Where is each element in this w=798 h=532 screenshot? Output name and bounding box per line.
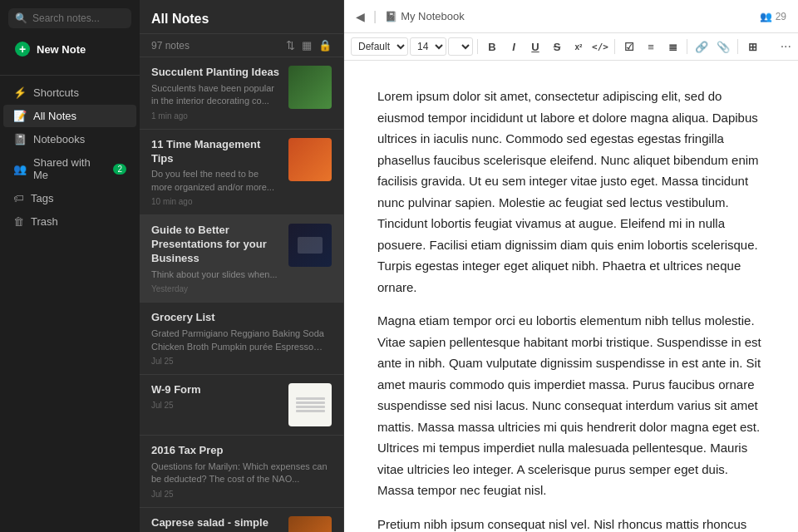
note-content-5: W-9 Form Jul 25: [151, 383, 282, 426]
note-content-7: Caprese salad - simple and: [151, 516, 282, 532]
notes-list-title: All Notes: [151, 12, 332, 27]
badge-shared: 2: [113, 164, 126, 175]
note-time-1: 1 min ago: [151, 111, 282, 121]
note-item-7[interactable]: Caprese salad - simple and: [140, 508, 343, 532]
notes-count: 97 notes: [151, 40, 190, 52]
note-item-6[interactable]: 2016 Tax Prep Questions for Marilyn: Whi…: [140, 436, 343, 508]
notes-header: All Notes: [140, 0, 343, 34]
toolbar-sep-4: [737, 39, 738, 54]
note-time-2: 10 min ago: [151, 197, 282, 206]
sort-icon[interactable]: ⇅: [286, 39, 295, 52]
editor-paragraph: Magna etiam tempor orci eu lobortis elem…: [377, 310, 765, 501]
sidebar-divider: [0, 75, 140, 76]
note-thumb-3: [288, 224, 332, 267]
editor-content[interactable]: Lorem ipsum dolor sit amet, consectetur …: [344, 61, 798, 532]
note-preview-2: Do you feel the need to be more organize…: [151, 168, 282, 194]
users-count-text: 29: [776, 11, 786, 22]
sidebar-item-icon-tags: 🏷: [13, 192, 24, 204]
numbered-button[interactable]: ≣: [663, 37, 682, 57]
note-content-3: Guide to Better Presentations for your B…: [151, 224, 282, 293]
back-button[interactable]: ◀: [356, 10, 365, 23]
search-input[interactable]: [32, 12, 125, 24]
notebook-icon: 📓: [385, 11, 397, 22]
note-title-1: Succulent Planting Ideas: [151, 66, 282, 80]
note-item-1[interactable]: Succulent Planting Ideas Succulents have…: [140, 57, 343, 130]
sidebar-item-icon-notebooks: 📓: [13, 133, 27, 145]
toolbar-sep-1: [477, 39, 478, 54]
sidebar-item-label-shortcuts: Shortcuts: [33, 86, 79, 99]
note-item-5[interactable]: W-9 Form Jul 25: [140, 375, 343, 436]
note-time-5: Jul 25: [151, 401, 282, 410]
note-preview-4: Grated Parmigiano Reggiano Baking Soda C…: [151, 328, 332, 353]
note-time-4: Jul 25: [151, 357, 332, 366]
view-icon[interactable]: ▦: [302, 39, 312, 52]
new-note-label: New Note: [37, 43, 86, 56]
lock-icon[interactable]: 🔒: [318, 39, 332, 52]
link-button[interactable]: 🔗: [692, 37, 712, 57]
note-title-4: Grocery List: [151, 311, 332, 325]
users-count: 👥 29: [760, 11, 786, 22]
note-thumb-7: [288, 516, 332, 532]
code-button[interactable]: </>: [590, 37, 610, 57]
underline-button[interactable]: U: [525, 37, 545, 57]
sidebar-item-shared[interactable]: 👥 Shared with Me 2: [3, 151, 136, 186]
note-title-7: Caprese salad - simple and: [151, 516, 282, 532]
sidebar-item-label-shared: Shared with Me: [33, 156, 106, 181]
note-content-1: Succulent Planting Ideas Succulents have…: [151, 66, 282, 121]
table-button[interactable]: ⊞: [742, 37, 762, 57]
note-content-6: 2016 Tax Prep Questions for Marilyn: Whi…: [151, 444, 332, 499]
editor-toolbar: Default 14 ■ B I U S x² </> ☑ ≡ ≣ 🔗 📎 ⊞ …: [344, 33, 798, 61]
search-icon: 🔍: [15, 12, 27, 24]
note-title-2: 11 Time Management Tips: [151, 138, 282, 166]
note-content-2: 11 Time Management Tips Do you feel the …: [151, 138, 282, 207]
bullet-button[interactable]: ≡: [641, 37, 661, 57]
sidebar-item-shortcuts[interactable]: ⚡ Shortcuts: [3, 81, 136, 104]
sidebar-item-icon-trash: 🗑: [13, 215, 24, 228]
sidebar-item-label-trash: Trash: [31, 215, 58, 228]
more-button[interactable]: ···: [781, 39, 791, 54]
notes-scroll[interactable]: Succulent Planting Ideas Succulents have…: [140, 57, 343, 532]
plus-icon: +: [15, 42, 30, 57]
editor-paragraph: Lorem ipsum dolor sit amet, consectetur …: [377, 86, 765, 298]
note-item-2[interactable]: 11 Time Management Tips Do you feel the …: [140, 130, 343, 216]
sidebar-item-notebooks[interactable]: 📓 Notebooks: [3, 128, 136, 150]
note-preview-3: Think about your slides when...: [151, 268, 282, 281]
topbar-separator: |: [373, 9, 377, 24]
note-thumb-2: [288, 138, 332, 181]
note-title-5: W-9 Form: [151, 383, 282, 397]
search-bar[interactable]: 🔍: [8, 8, 131, 28]
editor-paragraph: Pretium nibh ipsum consequat nisl vel. N…: [377, 514, 765, 533]
notes-actions: ⇅ ▦ 🔒: [286, 39, 332, 52]
sidebar-item-trash[interactable]: 🗑 Trash: [3, 210, 136, 233]
notes-list: All Notes 97 notes ⇅ ▦ 🔒 Succulent Plant…: [140, 0, 344, 532]
sidebar-item-all-notes[interactable]: 📝 All Notes: [3, 105, 136, 127]
toolbar-sep-2: [614, 39, 615, 54]
font-style-select[interactable]: Default: [351, 37, 408, 56]
note-item-3[interactable]: Guide to Better Presentations for your B…: [140, 215, 343, 303]
font-color-select[interactable]: ■: [448, 37, 473, 56]
note-item-4[interactable]: Grocery List Grated Parmigiano Reggiano …: [140, 303, 343, 375]
attach-button[interactable]: 📎: [713, 37, 733, 57]
checkbox-button[interactable]: ☑: [619, 37, 639, 57]
note-thumb-5: [288, 383, 332, 426]
sidebar-item-icon-shortcuts: ⚡: [13, 86, 27, 99]
sidebar-items: ⚡ Shortcuts 📝 All Notes 📓 Notebooks 👥 Sh…: [0, 81, 140, 234]
sidebar-item-icon-shared: 👥: [13, 163, 27, 175]
notebook-name: 📓 My Notebook: [385, 10, 465, 22]
sidebar-item-icon-all-notes: 📝: [13, 110, 27, 122]
note-title-3: Guide to Better Presentations for your B…: [151, 224, 282, 266]
superscript-button[interactable]: x²: [569, 37, 589, 57]
font-size-select[interactable]: 14: [410, 37, 446, 56]
sidebar-item-tags[interactable]: 🏷 Tags: [3, 187, 136, 209]
note-content-4: Grocery List Grated Parmigiano Reggiano …: [151, 311, 332, 366]
new-note-button[interactable]: + New Note: [8, 37, 131, 62]
strikethrough-button[interactable]: S: [547, 37, 567, 57]
editor: ◀ | 📓 My Notebook 👥 29 Default 14 ■ B I …: [344, 0, 798, 532]
note-preview-6: Questions for Marilyn: Which expenses ca…: [151, 461, 332, 486]
notebook-name-text: My Notebook: [401, 10, 465, 22]
sidebar-item-label-tags: Tags: [31, 192, 53, 204]
italic-button[interactable]: I: [504, 37, 524, 57]
bold-button[interactable]: B: [482, 37, 502, 57]
sidebar-item-label-notebooks: Notebooks: [33, 133, 85, 145]
note-preview-1: Succulents have been popular in the inte…: [151, 82, 282, 108]
